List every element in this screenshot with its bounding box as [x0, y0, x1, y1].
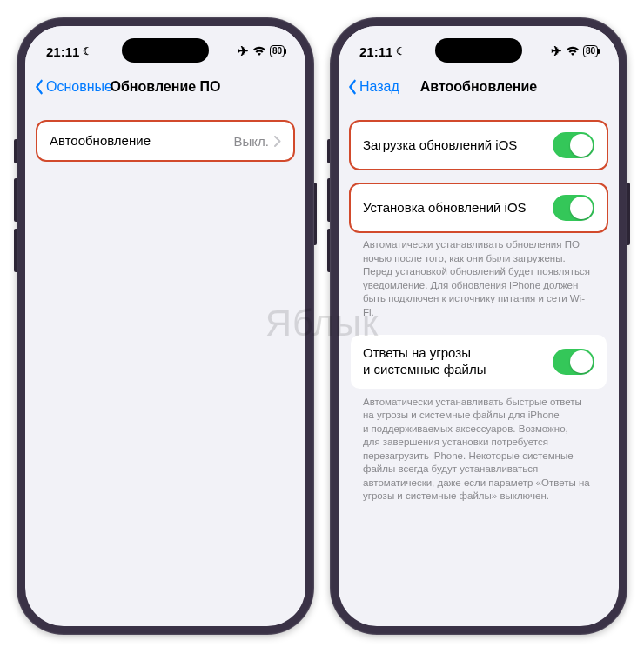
chevron-right-icon: [274, 136, 281, 147]
footer-note-security: Автоматически устанавливать быстрые отве…: [351, 389, 607, 504]
chevron-left-icon: [34, 79, 44, 95]
airplane-mode-icon: ✈: [238, 43, 249, 59]
status-time: 21:11: [359, 44, 392, 59]
row-download-ios-updates[interactable]: Загрузка обновлений iOS: [351, 122, 607, 169]
wifi-icon: [566, 46, 580, 57]
chevron-left-icon: [347, 79, 358, 95]
back-button[interactable]: Основные: [34, 79, 112, 95]
screen-right: 21:11 ☾ ✈ 80 Назад Автообновление: [339, 26, 619, 626]
dynamic-island: [435, 38, 522, 63]
comparison-stage: 21:11 ☾ ✈ 80 Основные Обновление ПО: [0, 0, 644, 647]
battery-indicator: 80: [270, 45, 285, 57]
row-label: Ответы на угрозы и системные файлы: [363, 345, 537, 378]
phone-frame-left: 21:11 ☾ ✈ 80 Основные Обновление ПО: [17, 17, 314, 635]
row-label: Установка обновлений iOS: [363, 200, 527, 217]
back-label: Назад: [359, 79, 399, 95]
phone-frame-right: 21:11 ☾ ✈ 80 Назад Автообновление: [330, 17, 627, 635]
battery-indicator: 80: [583, 45, 598, 57]
toggle-download-ios[interactable]: [553, 132, 594, 158]
row-label: Автообновление: [50, 133, 151, 150]
wifi-icon: [252, 46, 266, 57]
row-value: Выкл.: [234, 134, 269, 149]
row-auto-update[interactable]: Автообновление Выкл.: [37, 122, 293, 160]
dynamic-island: [122, 38, 209, 63]
screen-left: 21:11 ☾ ✈ 80 Основные Обновление ПО: [25, 26, 305, 626]
toggle-install-ios[interactable]: [553, 195, 594, 221]
do-not-disturb-icon: ☾: [83, 45, 92, 57]
footer-note-install: Автоматически устанавливать обновления П…: [351, 231, 607, 319]
row-label: Загрузка обновлений iOS: [363, 137, 517, 154]
back-label: Основные: [46, 79, 112, 95]
back-button[interactable]: Назад: [347, 79, 399, 95]
airplane-mode-icon: ✈: [551, 43, 562, 59]
do-not-disturb-icon: ☾: [396, 45, 406, 57]
row-install-ios-updates[interactable]: Установка обновлений iOS: [351, 184, 607, 231]
status-time: 21:11: [46, 44, 79, 59]
row-security-responses[interactable]: Ответы на угрозы и системные файлы: [351, 335, 607, 389]
toggle-security-responses[interactable]: [553, 349, 594, 375]
